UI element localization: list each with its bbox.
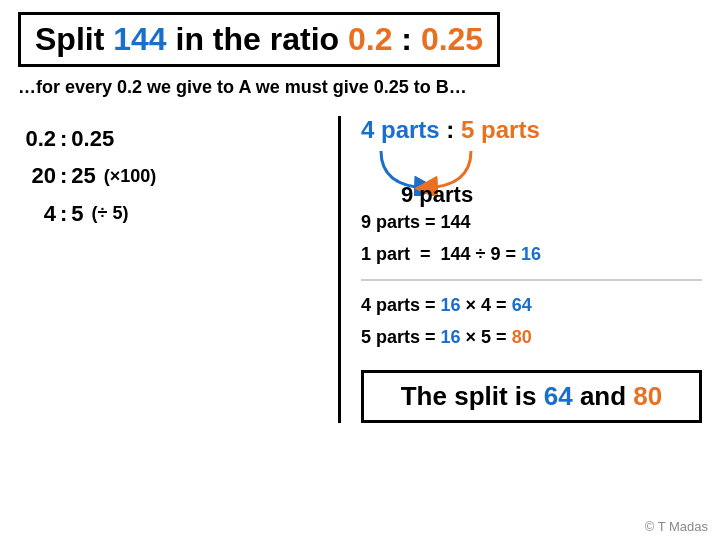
row1-a: 0.2	[18, 120, 56, 157]
row3-a: 4	[18, 195, 56, 232]
vertical-divider	[338, 116, 341, 423]
title-colon: :	[392, 21, 420, 57]
ratio-row-3: 4 : 5 (÷ 5)	[18, 195, 318, 232]
calc-line-1b: 1 part = 144 ÷ 9 = 16	[361, 238, 702, 270]
parts-colon: :	[440, 116, 461, 143]
calc-block-2: 4 parts = 16 × 4 = 64 5 parts = 16 × 5 =…	[361, 289, 702, 354]
title-prefix: Split	[35, 21, 113, 57]
horizontal-divider	[361, 279, 702, 281]
parts-b: 5 parts	[461, 116, 540, 143]
row2-a: 20	[18, 157, 56, 194]
calc-line-2b: 5 parts = 16 × 5 = 80	[361, 321, 702, 353]
ratio-row-1: 0.2 : 0.25	[18, 120, 318, 157]
title-ratio-a: 0.2	[348, 21, 392, 57]
content-area: 0.2 : 0.25 20 : 25 (×100) 4 : 5 (÷ 5)	[18, 116, 702, 423]
calc-block-1: 9 parts = 144 1 part = 144 ÷ 9 = 16	[361, 206, 702, 271]
subtitle: …for every 0.2 we give to A we must give…	[18, 77, 702, 98]
ratio-row-2: 20 : 25 (×100)	[18, 157, 318, 194]
copyright: © T Madas	[645, 519, 708, 534]
title-number: 144	[113, 21, 166, 57]
arrow-container: 9 parts	[361, 146, 702, 196]
title-middle: in the ratio	[167, 21, 348, 57]
ratio-lines: 0.2 : 0.25 20 : 25 (×100) 4 : 5 (÷ 5)	[18, 120, 318, 232]
final-val-b: 80	[633, 381, 662, 411]
title-box: Split 144 in the ratio 0.2 : 0.25	[18, 12, 500, 67]
row3-op: (÷ 5)	[92, 198, 129, 229]
row1-b: 0.25	[71, 120, 114, 157]
final-val-a: 64	[544, 381, 573, 411]
row2-b: 25	[71, 157, 95, 194]
title-ratio-b: 0.25	[421, 21, 483, 57]
left-panel: 0.2 : 0.25 20 : 25 (×100) 4 : 5 (÷ 5)	[18, 116, 328, 232]
calc-line-1a: 9 parts = 144	[361, 206, 702, 238]
calc-line-2a: 4 parts = 16 × 4 = 64	[361, 289, 702, 321]
main-container: Split 144 in the ratio 0.2 : 0.25 …for e…	[10, 12, 710, 423]
row2-op: (×100)	[104, 161, 157, 192]
parts-a: 4 parts	[361, 116, 440, 143]
parts-label: 4 parts : 5 parts	[361, 116, 702, 144]
row3-b: 5	[71, 195, 83, 232]
nine-parts: 9 parts	[401, 182, 473, 208]
final-text: The split is	[401, 381, 544, 411]
final-box: The split is 64 and 80	[361, 370, 702, 423]
final-and: and	[573, 381, 634, 411]
right-panel: 4 parts : 5 parts	[351, 116, 702, 423]
